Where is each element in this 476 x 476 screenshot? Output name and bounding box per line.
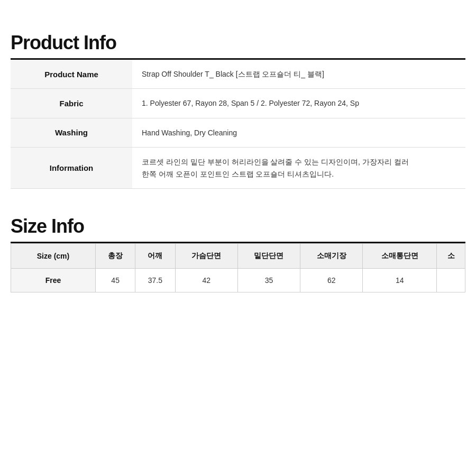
size-header-col: 가슴단면 <box>175 243 237 268</box>
size-value: 42 <box>175 268 237 292</box>
product-info-row: WashingHand Washing, Dry Cleaning <box>11 118 465 147</box>
product-info-label: Fabric <box>11 89 132 118</box>
product-info-section: Product Info Product NameStrap Off Shoul… <box>11 32 465 189</box>
size-header-col: 소매기장 <box>300 243 363 268</box>
product-info-label: Information <box>11 148 132 189</box>
size-value: 62 <box>300 268 363 292</box>
product-info-row: Product NameStrap Off Shoulder T_ Black … <box>11 60 465 89</box>
size-label: Free <box>11 268 96 292</box>
size-header-col: 소매통단면 <box>363 243 437 268</box>
size-header-col: 총장 <box>96 243 135 268</box>
size-header-col: 어깨 <box>135 243 175 268</box>
size-header-label: Size (cm) <box>11 243 96 268</box>
product-info-value: 1. Polyester 67, Rayon 28, Span 5 / 2. P… <box>132 89 465 118</box>
product-info-table: Product NameStrap Off Shoulder T_ Black … <box>11 60 465 189</box>
product-info-row: Information코르셋 라인의 밑단 부분이 허리라인을 살려줄 수 있는… <box>11 148 465 189</box>
product-info-title: Product Info <box>11 32 465 54</box>
size-info-section: Size Info Size (cm)총장어깨가슴단면밑단단면소매기장소매통단면… <box>11 215 465 292</box>
product-info-label: Product Name <box>11 60 132 89</box>
size-value: 35 <box>237 268 300 292</box>
page-wrapper: Product Info Product NameStrap Off Shoul… <box>0 0 476 314</box>
size-table: Size (cm)총장어깨가슴단면밑단단면소매기장소매통단면소 Free4537… <box>11 243 465 292</box>
product-info-value: 코르셋 라인의 밑단 부분이 허리라인을 살려줄 수 있는 디자인이며, 가장자… <box>132 148 465 189</box>
product-info-value: Strap Off Shoulder T_ Black [스트랩 오프숄더 티_… <box>132 60 465 89</box>
product-info-value: Hand Washing, Dry Cleaning <box>132 118 465 147</box>
size-value: 37.5 <box>135 268 175 292</box>
size-value <box>437 268 465 292</box>
size-info-title: Size Info <box>11 215 465 237</box>
product-info-label: Washing <box>11 118 132 147</box>
size-header-col: 밑단단면 <box>237 243 300 268</box>
size-header-row: Size (cm)총장어깨가슴단면밑단단면소매기장소매통단면소 <box>11 243 465 268</box>
size-value: 45 <box>96 268 135 292</box>
size-header-col: 소 <box>437 243 465 268</box>
size-row: Free4537.542356214 <box>11 268 465 292</box>
product-info-row: Fabric1. Polyester 67, Rayon 28, Span 5 … <box>11 89 465 118</box>
size-value: 14 <box>363 268 437 292</box>
